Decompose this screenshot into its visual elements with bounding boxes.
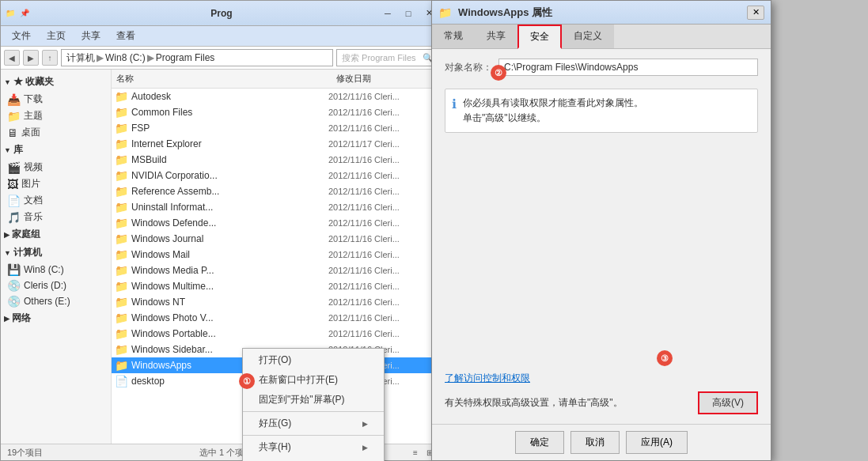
sidebar-label-desktop: 桌面 xyxy=(21,126,40,139)
file-item-journal[interactable]: 📁 Windows Journal 2012/11/16 Cleri... xyxy=(112,231,442,247)
file-name-mail: Windows Mail xyxy=(131,249,328,260)
context-menu-haozip[interactable]: 好压(G) ▶ xyxy=(243,414,384,433)
context-menu-open-new-window[interactable]: 在新窗口中打开(E) xyxy=(243,370,384,390)
file-date-mail: 2012/11/16 Cleri... xyxy=(328,250,439,259)
file-item-autodesk[interactable]: 📁 Autodesk 2012/11/16 Cleri... xyxy=(112,89,442,104)
file-name-common: Common Files xyxy=(131,107,328,118)
path-part-drive[interactable]: Win8 (C:) xyxy=(105,52,146,63)
file-name-journal: Windows Journal xyxy=(131,233,328,244)
sidebar-group-homegroup[interactable]: ▶ 家庭组 xyxy=(1,225,111,244)
downloads-folder-icon: 📥 xyxy=(7,93,21,106)
apply-button[interactable]: 应用(A) xyxy=(626,431,688,454)
context-menu: 打开(O) 在新窗口中打开(E) 固定到"开始"屏幕(P) 好压(G) ▶ 共享… xyxy=(242,348,385,461)
context-menu-include-library[interactable]: 包含到库中(I) ▶ xyxy=(243,457,384,461)
title-bar-icons: 📁 📌 xyxy=(4,7,31,20)
cancel-button[interactable]: 取消 xyxy=(570,431,620,454)
up-button[interactable]: ↑ xyxy=(42,50,58,66)
address-bar: ◀ ▶ ↑ 计算机 ▶ Win8 (C:) ▶ Program Files 搜索… xyxy=(1,47,442,70)
cleris-drive-icon: 💿 xyxy=(7,279,21,292)
file-name-defender: Windows Defende... xyxy=(131,217,328,229)
sidebar-item-themes[interactable]: 📁 主题 xyxy=(1,108,111,124)
path-part-computer[interactable]: 计算机 xyxy=(66,51,95,65)
file-item-fsp[interactable]: 📁 FSP 2012/11/16 Cleri... xyxy=(112,120,442,136)
file-item-multimed[interactable]: 📁 Windows Multime... 2012/11/16 Cleri... xyxy=(112,278,442,294)
info-text-line2: 单击"高级"以继续。 xyxy=(463,111,643,126)
file-item-mail[interactable]: 📁 Windows Mail 2012/11/16 Cleri... xyxy=(112,247,442,263)
minimize-button[interactable]: ─ xyxy=(377,6,398,21)
column-header-name[interactable]: 名称 xyxy=(112,71,332,86)
file-item-ie[interactable]: 📁 Internet Explorer 2012/11/17 Cleri... xyxy=(112,136,442,152)
file-name-ie: Internet Explorer xyxy=(131,138,328,149)
sidebar-group-network[interactable]: ▶ 网络 xyxy=(1,309,111,327)
learn-more-link[interactable]: 了解访问控制和权限 xyxy=(445,372,530,384)
sidebar-group-favorites[interactable]: ▼ ★ 收藏夹 xyxy=(1,73,111,91)
tab-security[interactable]: 安全 xyxy=(517,25,562,49)
advanced-button[interactable]: 高级(V) xyxy=(698,391,758,414)
ribbon-tabs: 文件 主页 共享 查看 xyxy=(1,26,442,47)
file-item-nt[interactable]: 📁 Windows NT 2012/11/16 Cleri... xyxy=(112,294,442,310)
sidebar-item-music[interactable]: 🎵 音乐 xyxy=(1,209,111,225)
forward-button[interactable]: ▶ xyxy=(23,50,39,66)
dialog-close-button[interactable]: ✕ xyxy=(747,6,764,20)
file-item-nvidia[interactable]: 📁 NVIDIA Corporatio... 2012/11/16 Cleri.… xyxy=(112,168,442,183)
file-item-defender[interactable]: 📁 Windows Defende... 2012/11/16 Cleri... xyxy=(112,215,442,231)
context-menu-pin-start[interactable]: 固定到"开始"屏幕(P) xyxy=(243,390,384,410)
tab-custom[interactable]: 自定义 xyxy=(562,25,614,48)
sidebar-item-cleris[interactable]: 💿 Cleris (D:) xyxy=(1,278,111,293)
mail-folder-icon: 📁 xyxy=(115,248,128,261)
sidebar-item-desktop[interactable]: 🖥 桌面 xyxy=(1,124,111,141)
sidebar-folder-icon: 📁 xyxy=(115,343,128,356)
file-item-portable[interactable]: 📁 Windows Portable... 2012/11/16 Cleri..… xyxy=(112,326,442,342)
view-icon-list[interactable]: ≡ xyxy=(409,446,422,459)
column-header-date[interactable]: 修改日期 xyxy=(332,71,442,86)
context-menu-open-new-window-label: 在新窗口中打开(E) xyxy=(259,373,338,387)
documents-folder-icon: 📄 xyxy=(7,195,21,207)
sidebar-group-library[interactable]: ▼ 库 xyxy=(1,141,111,159)
sidebar-label-pictures: 图片 xyxy=(21,177,40,191)
sidebar-group-computer[interactable]: ▼ 计算机 xyxy=(1,244,111,262)
back-button[interactable]: ◀ xyxy=(4,50,20,66)
sidebar-item-others[interactable]: 💿 Others (E:) xyxy=(1,293,111,309)
sidebar-item-downloads[interactable]: 📥 下载 xyxy=(1,91,111,108)
maximize-button[interactable]: □ xyxy=(398,6,419,21)
context-menu-divider-1 xyxy=(243,411,384,412)
file-date-autodesk: 2012/11/16 Cleri... xyxy=(328,92,439,101)
info-text: 你必须具有读取权限才能查看此对象属性。 单击"高级"以继续。 xyxy=(463,96,643,126)
sidebar-label-network: 网络 xyxy=(12,312,31,325)
path-part-folder[interactable]: Program Files xyxy=(156,52,215,63)
advanced-row: 有关特殊权限或高级设置，请单击"高级"。 高级(V) xyxy=(445,391,758,414)
ribbon-tab-file[interactable]: 文件 xyxy=(4,26,39,46)
ribbon-tab-home[interactable]: 主页 xyxy=(39,26,74,46)
search-placeholder: 搜索 Program Files xyxy=(342,52,416,64)
status-total: 19个项目 xyxy=(7,447,43,459)
file-item-photo[interactable]: 📁 Windows Photo V... 2012/11/16 Cleri... xyxy=(112,310,442,326)
file-item-uninstall[interactable]: 📁 Uninstall Informat... 2012/11/16 Cleri… xyxy=(112,199,442,215)
file-name-photo: Windows Photo V... xyxy=(131,312,328,323)
sidebar-item-documents[interactable]: 📄 文档 xyxy=(1,192,111,209)
tab-general[interactable]: 常规 xyxy=(432,25,475,48)
music-folder-icon: 🎵 xyxy=(7,211,21,224)
msbuild-folder-icon: 📁 xyxy=(115,153,128,166)
ok-button[interactable]: 确定 xyxy=(515,431,564,454)
ribbon-tab-view[interactable]: 查看 xyxy=(108,26,143,46)
search-box[interactable]: 搜索 Program Files 🔍 xyxy=(336,49,439,66)
sidebar-label-homegroup: 家庭组 xyxy=(12,228,40,241)
mediap-folder-icon: 📁 xyxy=(115,264,128,277)
tab-share[interactable]: 共享 xyxy=(475,25,517,48)
ribbon-tab-share[interactable]: 共享 xyxy=(74,26,108,46)
file-item-msbuild[interactable]: 📁 MSBuild 2012/11/16 Cleri... xyxy=(112,152,442,168)
file-name-refassem: Reference Assemb... xyxy=(131,186,328,197)
file-date-mediap: 2012/11/16 Cleri... xyxy=(328,266,439,275)
sidebar-item-win8[interactable]: 💾 Win8 (C:) xyxy=(1,262,111,278)
file-item-refassem[interactable]: 📁 Reference Assemb... 2012/11/16 Cleri..… xyxy=(112,183,442,199)
file-item-common[interactable]: 📁 Common Files 2012/11/16 Cleri... xyxy=(112,104,442,120)
sidebar-item-video[interactable]: 🎬 视频 xyxy=(1,159,111,176)
context-menu-share[interactable]: 共享(H) ▶ xyxy=(243,437,384,457)
file-name-multimed: Windows Multime... xyxy=(131,281,328,292)
context-menu-open[interactable]: 打开(O) xyxy=(243,350,384,370)
dialog-title: WindowsApps 属性 xyxy=(458,6,747,20)
file-name-mediap: Windows Media P... xyxy=(131,265,328,276)
address-path[interactable]: 计算机 ▶ Win8 (C:) ▶ Program Files xyxy=(61,49,333,66)
sidebar-item-pictures[interactable]: 🖼 图片 xyxy=(1,176,111,192)
file-item-mediap[interactable]: 📁 Windows Media P... 2012/11/16 Cleri... xyxy=(112,263,442,278)
